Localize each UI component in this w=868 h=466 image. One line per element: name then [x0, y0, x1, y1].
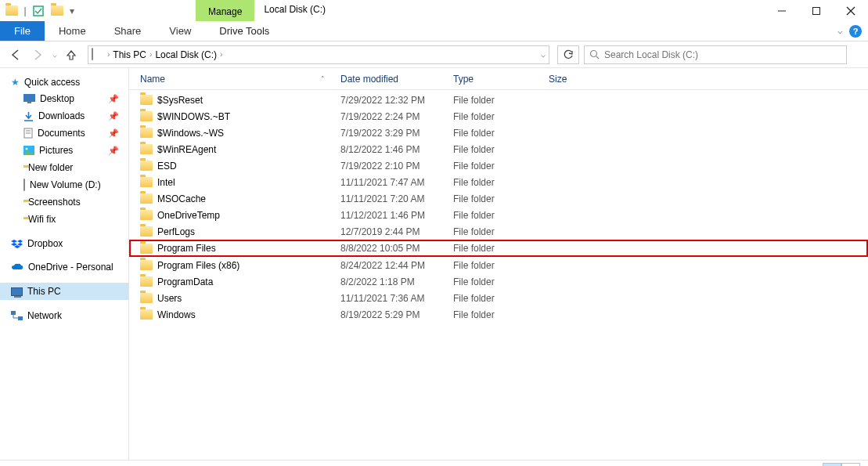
- properties-icon[interactable]: [30, 2, 47, 20]
- file-date: 8/24/2022 12:44 PM: [340, 260, 453, 271]
- file-name: $WinREAgent: [157, 144, 216, 155]
- sidebar-item[interactable]: Wifi fix: [0, 211, 128, 228]
- sidebar-item[interactable]: New folder: [0, 159, 128, 176]
- view-large-button[interactable]: [841, 463, 860, 467]
- sidebar-this-pc[interactable]: This PC: [0, 283, 128, 300]
- file-name: Program Files: [157, 243, 216, 254]
- file-row[interactable]: Program Files (x86)8/24/2022 12:44 PMFil…: [129, 257, 868, 273]
- file-name: PerfLogs: [157, 226, 195, 237]
- search-box[interactable]: [584, 45, 847, 64]
- network-icon: [11, 311, 23, 320]
- up-button[interactable]: [63, 46, 80, 63]
- sidebar-dropbox[interactable]: Dropbox: [0, 236, 128, 251]
- back-button[interactable]: [6, 45, 25, 64]
- file-row[interactable]: Intel11/11/2021 7:47 AMFile folder: [129, 174, 868, 190]
- folder-icon[interactable]: [3, 2, 20, 20]
- sidebar-label: OneDrive - Personal: [28, 262, 113, 273]
- col-date[interactable]: Date modified: [340, 74, 453, 85]
- tab-share[interactable]: Share: [100, 21, 156, 41]
- sidebar-quick-access[interactable]: ★ Quick access: [0, 74, 128, 90]
- view-details-button[interactable]: [823, 463, 841, 467]
- file-row[interactable]: $Windows.~WS7/19/2022 3:29 PMFile folder: [129, 125, 868, 141]
- file-row[interactable]: $SysReset7/29/2022 12:32 PMFile folder: [129, 92, 868, 108]
- folder-icon: [140, 260, 153, 270]
- file-name: OneDriveTemp: [157, 210, 220, 221]
- file-row[interactable]: ProgramData8/2/2022 1:18 PMFile folder: [129, 273, 868, 290]
- svg-rect-15: [11, 311, 16, 315]
- close-button[interactable]: [834, 0, 868, 21]
- tab-file[interactable]: File: [0, 21, 45, 41]
- refresh-button[interactable]: [557, 45, 579, 64]
- minimize-button[interactable]: [765, 0, 799, 21]
- qat-dropdown[interactable]: ▾: [67, 2, 77, 20]
- file-name: $WINDOWS.~BT: [157, 111, 230, 122]
- file-type: File folder: [453, 193, 549, 204]
- file-date: 11/11/2021 7:36 AM: [340, 293, 453, 304]
- chevron-right-icon[interactable]: ›: [107, 50, 110, 59]
- sidebar-network[interactable]: Network: [0, 308, 128, 323]
- address-dropdown-icon[interactable]: ⌵: [541, 50, 546, 59]
- nav-toolbar: ⌵ › This PC › Local Disk (C:) › ⌵: [0, 42, 868, 68]
- file-row[interactable]: Users11/11/2021 7:36 AMFile folder: [129, 290, 868, 306]
- titlebar: | ▾ Manage Local Disk (C:): [0, 0, 868, 21]
- file-row[interactable]: Windows8/19/2022 5:29 PMFile folder: [129, 306, 868, 323]
- folder-icon: [140, 193, 153, 204]
- file-row[interactable]: MSOCache11/11/2021 7:20 AMFile folder: [129, 190, 868, 207]
- folder-icon: [140, 210, 153, 220]
- file-list[interactable]: $SysReset7/29/2022 12:32 PMFile folder$W…: [129, 90, 868, 460]
- file-row[interactable]: $WinREAgent8/12/2022 1:46 PMFile folder: [129, 141, 868, 157]
- ribbon-collapse-icon[interactable]: ⌵: [837, 26, 843, 36]
- svg-rect-8: [27, 102, 31, 103]
- sidebar-item[interactable]: New Volume (D:): [0, 176, 128, 193]
- column-headers: Name˄ Date modified Type Size: [129, 68, 868, 90]
- contextual-tab-manage[interactable]: Manage: [196, 0, 254, 21]
- file-type: File folder: [453, 260, 549, 271]
- search-icon: [589, 49, 600, 60]
- col-name[interactable]: Name˄: [140, 74, 340, 85]
- folder-icon-2[interactable]: [49, 2, 66, 20]
- window-title: Local Disk (C:): [254, 0, 335, 21]
- file-date: 8/2/2022 1:18 PM: [340, 276, 453, 287]
- help-icon[interactable]: ?: [849, 25, 862, 38]
- file-type: File folder: [453, 226, 549, 237]
- breadcrumb-localdisk[interactable]: Local Disk (C:): [155, 49, 217, 60]
- folder-icon: [140, 128, 153, 138]
- file-row[interactable]: PerfLogs12/7/2019 2:44 PMFile folder: [129, 223, 868, 240]
- file-name: $Windows.~WS: [157, 128, 224, 139]
- sidebar-label: Dropbox: [27, 238, 63, 249]
- folder-icon: [140, 111, 153, 121]
- file-date: 7/19/2022 2:10 PM: [340, 161, 453, 172]
- file-type: File folder: [453, 276, 549, 287]
- sidebar-item[interactable]: Pictures📌: [0, 142, 128, 159]
- item-label: Downloads: [38, 110, 85, 121]
- search-input[interactable]: [604, 49, 841, 60]
- tab-view[interactable]: View: [155, 21, 205, 41]
- chevron-right-icon[interactable]: ›: [149, 50, 152, 59]
- file-name: ESD: [157, 161, 177, 172]
- file-type: File folder: [453, 309, 549, 320]
- file-row[interactable]: Program Files8/8/2022 10:05 PMFile folde…: [129, 240, 868, 257]
- item-icon: [23, 111, 34, 121]
- col-type[interactable]: Type: [453, 74, 549, 85]
- tab-drive-tools[interactable]: Drive Tools: [205, 21, 283, 41]
- recent-dropdown[interactable]: ⌵: [50, 45, 59, 64]
- breadcrumb-thispc[interactable]: This PC: [113, 49, 146, 60]
- col-size[interactable]: Size: [549, 74, 596, 85]
- file-type: File folder: [453, 95, 549, 106]
- file-date: 8/8/2022 10:05 PM: [340, 243, 453, 254]
- sidebar-item[interactable]: Downloads📌: [0, 107, 128, 125]
- file-row[interactable]: ESD7/19/2022 2:10 PMFile folder: [129, 157, 868, 174]
- file-date: 11/11/2021 7:20 AM: [340, 193, 453, 204]
- address-bar[interactable]: › This PC › Local Disk (C:) › ⌵: [88, 45, 549, 64]
- forward-button[interactable]: [28, 45, 47, 64]
- file-row[interactable]: OneDriveTemp11/12/2021 1:46 PMFile folde…: [129, 207, 868, 223]
- file-type: File folder: [453, 128, 549, 139]
- sidebar-onedrive[interactable]: OneDrive - Personal: [0, 259, 128, 275]
- tab-home[interactable]: Home: [45, 21, 100, 41]
- sidebar-item[interactable]: Documents📌: [0, 125, 128, 142]
- chevron-right-icon[interactable]: ›: [220, 50, 222, 59]
- file-row[interactable]: $WINDOWS.~BT7/19/2022 2:24 PMFile folder: [129, 108, 868, 125]
- maximize-button[interactable]: [799, 0, 834, 21]
- sidebar-item[interactable]: Desktop📌: [0, 90, 128, 107]
- sidebar-item[interactable]: Screenshots: [0, 193, 128, 211]
